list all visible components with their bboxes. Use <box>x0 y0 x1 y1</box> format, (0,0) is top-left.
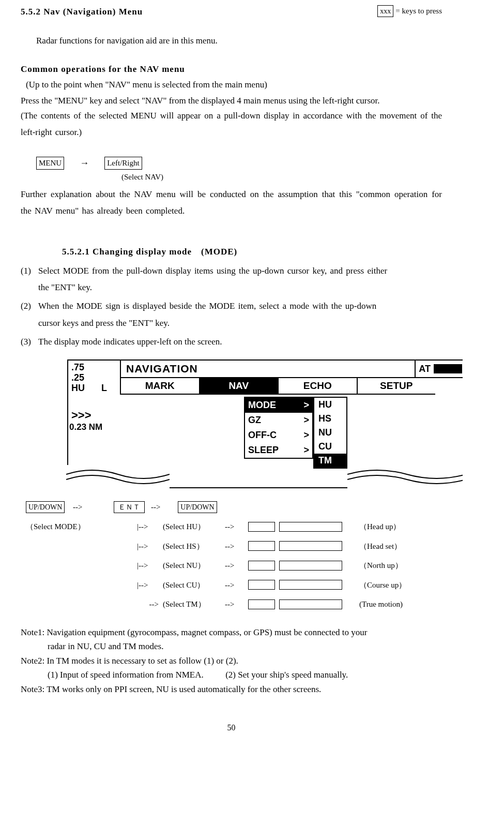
diag-l: L <box>101 383 107 394</box>
screen-diagram: .75 .25 HU L >>> 0.23 NM NAVIGATION AT M… <box>67 359 463 610</box>
dd-mode: MODE <box>248 398 276 412</box>
diag-at-bar <box>434 364 462 373</box>
arrow-text: --> <box>65 501 90 513</box>
wave-right <box>347 465 463 488</box>
note2: Note2: In TM modes it is necessary to se… <box>21 654 442 668</box>
select-nav-label: (Select NAV) <box>121 171 442 183</box>
branch-arrow: |--> <box>137 541 163 552</box>
tab-mark: MARK <box>121 378 200 394</box>
result-placeholder <box>279 599 342 609</box>
ent-placeholder <box>248 599 275 609</box>
arrow-icon: → <box>80 156 89 170</box>
gt-icon: > <box>303 428 309 442</box>
menu-key: MENU <box>36 157 64 170</box>
updown-key-2: UP/DOWN <box>178 501 217 513</box>
pick-cu: (Select CU） <box>163 579 225 591</box>
arrow-text: --> <box>225 521 248 533</box>
step-2a: When the MODE sign is displayed beside t… <box>38 301 376 311</box>
branch-arrow: |--> <box>137 579 163 591</box>
arrow-text: --> <box>225 598 248 610</box>
dd-gz: GZ <box>248 413 261 427</box>
subsection-title: 5.5.2.1 Changing display mode (MODE) <box>62 245 442 259</box>
step-num-3: (3) <box>21 334 38 350</box>
dd-offc: OFF-C <box>248 428 277 442</box>
branch-arrow: |--> <box>137 560 163 572</box>
note-courseup: （Course up） <box>352 579 463 591</box>
pick-tm: (Select TM） <box>163 598 225 610</box>
note1-line2: radar in NU, CU and TM modes. <box>48 640 442 653</box>
note3: Note3: TM works only on PPI screen, NU i… <box>21 683 442 696</box>
arrow-text: --> <box>225 579 248 591</box>
flow-diagram: UP/DOWN --> ＥＮＴ --> UP/DOWN （Select MODE… <box>67 501 463 610</box>
step-3: The display mode indicates upper-left on… <box>38 337 222 347</box>
last-branch-arrow: --> <box>137 598 163 610</box>
diag-val-75: .75 <box>71 363 107 373</box>
diag-at-label: AT <box>416 362 434 376</box>
ent-placeholder <box>248 541 275 551</box>
common-p2: (The contents of the selected MENU will … <box>21 108 442 141</box>
sm-nu: NU <box>314 426 346 440</box>
section-title: 5.5.2 Nav (Navigation) Menu <box>21 5 143 19</box>
note1-line1: Note1: Navigation equipment (gyrocompass… <box>21 626 442 639</box>
diag-chevrons: >>> <box>71 409 107 422</box>
diag-hu: HU <box>71 383 85 394</box>
common-ops-sub: (Up to the point when "NAV" menu is sele… <box>26 78 442 92</box>
step-1a: Select MODE from the pull-down display i… <box>38 266 387 276</box>
pick-hs: (Select HS） <box>163 541 225 552</box>
step-2b: cursor keys and press the "ENT" key. <box>38 315 442 332</box>
note-truemotion: (True motion) <box>352 598 463 610</box>
page-number: 50 <box>21 722 442 734</box>
sm-cu: CU <box>314 440 346 454</box>
gt-icon: > <box>303 443 309 457</box>
select-mode-label: （Select MODE） <box>26 521 137 533</box>
common-p1: Press the "MENU" key and select "NAV" fr… <box>21 94 442 108</box>
diag-title: NAVIGATION <box>126 361 198 377</box>
sm-tm: TM <box>314 454 346 468</box>
sm-hu: HU <box>314 398 346 412</box>
ent-placeholder <box>248 561 275 571</box>
common-p3: Further explanation about the NAV menu w… <box>21 186 442 220</box>
note-headset: （Head set） <box>352 541 463 552</box>
ent-placeholder <box>248 522 275 532</box>
leftright-key: Left/Right <box>104 157 142 170</box>
wave-left <box>66 465 170 488</box>
step-num-2: (2) <box>21 298 38 314</box>
gt-icon: > <box>303 398 309 412</box>
arrow-text: --> <box>148 501 163 513</box>
submenu: HU HS NU CU TM <box>313 397 347 469</box>
pick-hu: (Select HU） <box>163 521 225 533</box>
note2-sub: (1) Input of speed information from NMEA… <box>48 668 442 682</box>
branch-arrow: |--> <box>137 521 163 533</box>
arrow-text: --> <box>225 560 248 572</box>
pick-nu: (Select NU） <box>163 560 225 572</box>
step-1b: the "ENT" key. <box>38 279 442 296</box>
tab-setup: SETUP <box>358 378 436 394</box>
tab-echo: ECHO <box>279 378 358 394</box>
dd-sleep: SLEEP <box>248 443 279 457</box>
intro-paragraph: Radar functions for navigation aid are i… <box>36 34 442 48</box>
diag-nm: 0.23 NM <box>69 423 107 432</box>
common-ops-heading: Common operations for the NAV menu <box>21 63 442 76</box>
arrow-text: --> <box>225 541 248 552</box>
ent-placeholder <box>248 580 275 590</box>
legend-keybox: xxx <box>377 5 393 17</box>
tab-nav: NAV <box>200 378 279 394</box>
step-num-1: (1) <box>21 263 38 279</box>
result-placeholder <box>279 561 342 571</box>
diag-val-25: .25 <box>71 373 107 383</box>
gt-icon: > <box>303 413 309 427</box>
result-placeholder <box>279 522 342 532</box>
sm-hs: HS <box>314 412 346 426</box>
dropdown-menu: MODE> GZ> OFF-C> SLEEP> <box>244 397 313 459</box>
ent-key: ＥＮＴ <box>114 501 145 513</box>
legend-text: = keys to press <box>395 5 442 17</box>
result-placeholder <box>279 541 342 551</box>
updown-key: UP/DOWN <box>26 501 65 513</box>
note-northup: （North up） <box>352 560 463 572</box>
result-placeholder <box>279 580 342 590</box>
note-headup: （Head up） <box>352 521 463 533</box>
